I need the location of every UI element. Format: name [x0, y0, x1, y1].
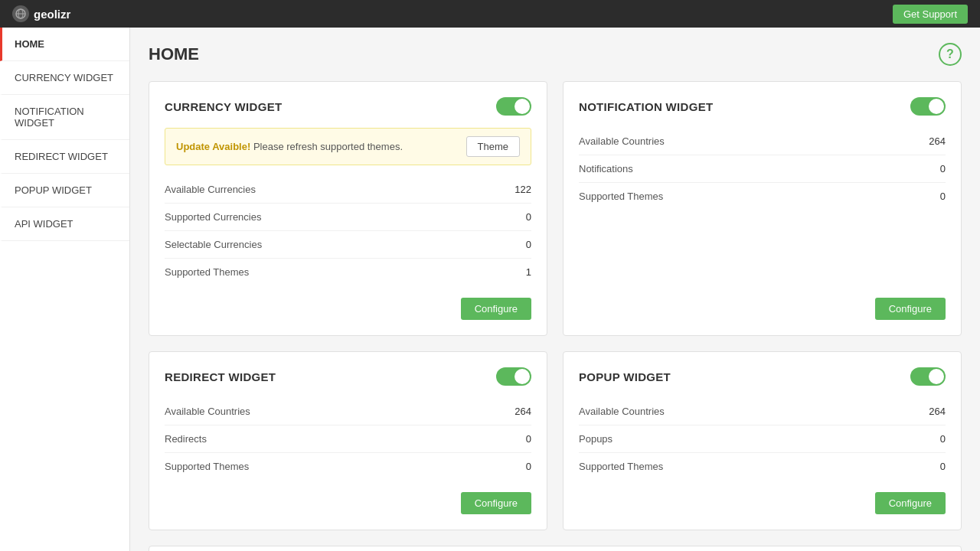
stat-value: 0	[526, 239, 531, 250]
stat-value: 122	[514, 184, 531, 195]
stat-value: 0	[940, 433, 946, 445]
stat-label: Notifications	[579, 163, 633, 174]
sidebar-item-home[interactable]: HOME	[0, 28, 129, 61]
topbar: geolizr Get Support	[0, 0, 980, 28]
sidebar-item-notification-widget[interactable]: NOTIFICATION WIDGET	[0, 95, 129, 140]
sidebar-item-popup-widget[interactable]: POPUP WIDGET	[0, 174, 129, 207]
currency-card-bottom: Configure	[165, 298, 531, 320]
logo: geolizr	[12, 5, 70, 22]
stat-row: Available Currencies 122	[165, 176, 531, 204]
redirect-widget-card: REDIRECT WIDGET Available Countries 264 …	[149, 351, 547, 530]
redirect-widget-header: REDIRECT WIDGET	[165, 367, 531, 386]
stat-label: Available Countries	[165, 406, 250, 417]
stat-row: Supported Themes 0	[579, 453, 946, 480]
redirect-stats: Available Countries 264 Redirects 0 Supp…	[165, 398, 531, 480]
currency-toggle-knob	[514, 99, 530, 114]
stat-label: Popups	[579, 433, 612, 445]
stat-value: 0	[526, 433, 531, 445]
stat-label: Selectable Currencies	[165, 239, 262, 250]
stat-value: 264	[929, 406, 946, 417]
popup-widget-card: POPUP WIDGET Available Countries 264 Pop…	[563, 351, 962, 530]
main-content: HOME ? CURRENCY WIDGET Update Avaible! P…	[130, 28, 980, 551]
popup-stats: Available Countries 264 Popups 0 Support…	[579, 398, 946, 480]
page-title: HOME	[149, 44, 199, 64]
stat-label: Available Countries	[579, 135, 665, 147]
stat-label: Redirects	[165, 433, 207, 445]
redirect-toggle-knob	[514, 369, 530, 384]
popup-widget-header: POPUP WIDGET	[579, 367, 946, 386]
page-header: HOME ?	[149, 43, 962, 66]
currency-update-alert: Update Avaible! Please refresh supported…	[165, 128, 531, 165]
stat-row: Available Countries 264	[579, 128, 946, 155]
stat-value: 264	[929, 135, 946, 147]
stat-row: Popups 0	[579, 425, 946, 453]
stat-value: 0	[526, 211, 531, 223]
currency-configure-button[interactable]: Configure	[461, 298, 531, 320]
notification-configure-button[interactable]: Configure	[875, 298, 946, 320]
stat-label: Available Countries	[579, 406, 665, 417]
sidebar-item-currency-widget[interactable]: CURRENCY WIDGET	[0, 61, 129, 95]
stat-label: Supported Themes	[579, 461, 663, 472]
alert-bold: Update Avaible!	[176, 141, 250, 152]
popup-widget-title: POPUP WIDGET	[579, 370, 671, 383]
currency-widget-toggle[interactable]	[496, 97, 531, 116]
stat-row: Notifications 0	[579, 155, 946, 183]
stat-row: Selectable Currencies 0	[165, 231, 531, 259]
notification-widget-toggle[interactable]	[910, 97, 946, 116]
stat-value: 0	[526, 461, 531, 472]
redirect-widget-title: REDIRECT WIDGET	[165, 370, 276, 383]
stat-row: Available Countries 264	[579, 398, 946, 425]
notification-card-bottom: Configure	[579, 298, 946, 320]
stat-value: 0	[940, 163, 946, 174]
stat-value: 0	[940, 461, 946, 472]
stat-row: Available Countries 264	[165, 398, 531, 425]
popup-toggle-knob	[929, 369, 944, 384]
widget-grid: CURRENCY WIDGET Update Avaible! Please r…	[149, 81, 962, 530]
notification-widget-card: NOTIFICATION WIDGET Available Countries …	[563, 81, 962, 336]
stat-row: Redirects 0	[165, 425, 531, 453]
stat-label: Supported Themes	[579, 191, 663, 202]
notification-toggle-knob	[929, 99, 944, 114]
sidebar: HOME CURRENCY WIDGET NOTIFICATION WIDGET…	[0, 28, 130, 551]
sidebar-item-api-widget[interactable]: API WIDGET	[0, 207, 129, 241]
stat-label: Supported Themes	[165, 461, 249, 472]
redirect-widget-toggle[interactable]	[496, 367, 531, 386]
popup-configure-button[interactable]: Configure	[875, 492, 946, 514]
stat-label: Supported Currencies	[165, 211, 261, 223]
stat-row: Supported Themes 0	[165, 453, 531, 480]
stat-row: Supported Themes 0	[579, 183, 946, 210]
notification-stats: Available Countries 264 Notifications 0 …	[579, 128, 946, 285]
logo-icon	[12, 5, 29, 22]
main-layout: HOME CURRENCY WIDGET NOTIFICATION WIDGET…	[0, 28, 980, 551]
api-widget-card: API WIDGET	[149, 546, 962, 551]
stat-value: 264	[514, 406, 531, 417]
stat-label: Available Currencies	[165, 184, 256, 195]
stat-row: Supported Currencies 0	[165, 204, 531, 231]
currency-widget-header: CURRENCY WIDGET	[165, 97, 531, 116]
currency-stats: Available Currencies 122 Supported Curre…	[165, 176, 531, 285]
help-icon[interactable]: ?	[939, 43, 962, 66]
stat-label: Supported Themes	[165, 266, 249, 278]
api-widget-card-partial: API WIDGET	[149, 546, 962, 551]
theme-button[interactable]: Theme	[466, 136, 520, 157]
sidebar-item-redirect-widget[interactable]: REDIRECT WIDGET	[0, 140, 129, 174]
currency-widget-card: CURRENCY WIDGET Update Avaible! Please r…	[149, 81, 547, 336]
stat-value: 1	[526, 266, 531, 278]
stat-value: 0	[940, 191, 946, 202]
stat-row: Supported Themes 1	[165, 259, 531, 285]
alert-text: Update Avaible! Please refresh supported…	[176, 141, 403, 152]
popup-card-bottom: Configure	[579, 492, 946, 514]
logo-text: geolizr	[34, 8, 70, 21]
get-support-button[interactable]: Get Support	[893, 5, 968, 24]
popup-widget-toggle[interactable]	[910, 367, 946, 386]
redirect-card-bottom: Configure	[165, 492, 531, 514]
notification-widget-title: NOTIFICATION WIDGET	[579, 100, 713, 113]
notification-widget-header: NOTIFICATION WIDGET	[579, 97, 946, 116]
currency-widget-title: CURRENCY WIDGET	[165, 100, 282, 113]
redirect-configure-button[interactable]: Configure	[461, 492, 531, 514]
